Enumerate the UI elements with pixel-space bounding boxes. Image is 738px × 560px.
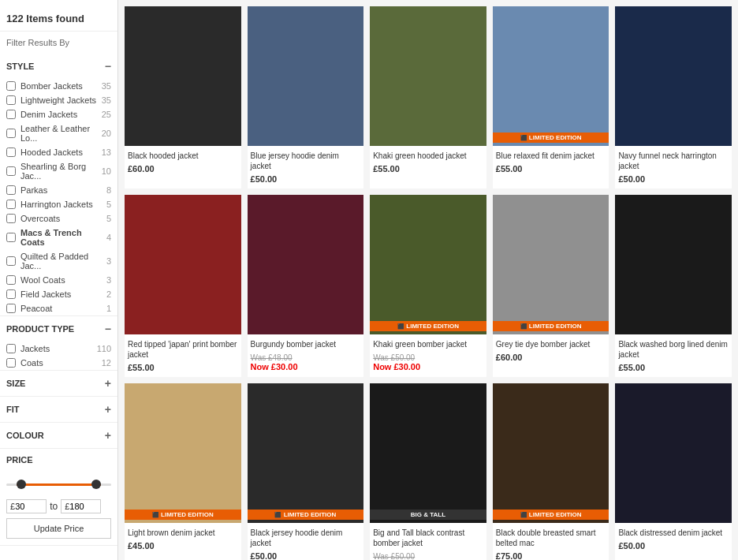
style-filter-item[interactable]: Hooded Jackets 13 [0, 145, 117, 159]
product-card[interactable]: Black hooded jacket £60.00 [125, 6, 241, 189]
style-filter-item[interactable]: Peacoat 1 [0, 301, 117, 315]
style-item-label: Overcoats [20, 214, 106, 223]
product-card[interactable]: Blue jersey hoodie denim jacket £50.00 [248, 6, 364, 189]
product-card[interactable]: Burgundy bomber jacket Was £48.00 Now £3… [248, 195, 364, 377]
size-section-header[interactable]: SIZE + [0, 371, 117, 396]
style-filter-item[interactable]: Field Jackets 2 [0, 287, 117, 301]
product-image-bg [370, 195, 486, 334]
product-name: Black jersey hoodie denim jacket [251, 528, 361, 548]
product-name: Grey tie dye bomber jacket [496, 339, 606, 349]
price-slider-max-thumb[interactable] [91, 480, 101, 489]
fit-section-header[interactable]: FIT + [0, 397, 117, 422]
style-filter-section: STYLE − Bomber Jackets 35 Lightweight Ja… [0, 54, 117, 316]
product-type-section-header[interactable]: PRODUCT TYPE − [0, 316, 117, 342]
product-image [615, 195, 732, 334]
product-card[interactable]: Black washed borg lined denim jacket £55… [615, 195, 732, 377]
product-card[interactable]: ⬛ LIMITED EDITION Light brown denim jack… [125, 383, 241, 560]
product-image-bg [493, 383, 609, 523]
limited-edition-badge: ⬛ LIMITED EDITION [493, 133, 609, 143]
product-card[interactable]: ⬛ LIMITED EDITION Khaki green bomber jac… [370, 195, 486, 377]
product-type-filter-item[interactable]: Jackets 110 [0, 342, 117, 356]
product-card[interactable]: ⬛ LIMITED EDITION Black jersey hoodie de… [248, 383, 364, 560]
product-image: ⬛ LIMITED EDITION [493, 6, 609, 146]
style-checkbox[interactable] [6, 289, 16, 299]
style-item-count: 25 [102, 110, 111, 119]
product-image-bg [248, 195, 364, 334]
product-type-filter-item[interactable]: Coats 12 [0, 356, 117, 370]
style-filter-item[interactable]: Harrington Jackets 5 [0, 197, 117, 211]
style-checkbox[interactable] [6, 214, 16, 223]
style-checkbox[interactable] [6, 233, 16, 242]
style-filter-item[interactable]: Denim Jackets 25 [0, 107, 117, 121]
style-filter-item[interactable]: Quilted & Padded Jac... 3 [0, 249, 117, 273]
product-name: Blue relaxed fit denim jacket [496, 151, 606, 161]
product-image [125, 6, 241, 146]
product-was-price: Was £50.00 [373, 552, 415, 560]
product-card[interactable]: Khaki green hooded jacket £55.00 [370, 6, 486, 189]
price-max-input-wrap: £ [61, 499, 101, 513]
style-checkbox[interactable] [6, 256, 16, 266]
colour-section-header[interactable]: COLOUR + [0, 423, 117, 448]
style-filter-item[interactable]: Parkas 8 [0, 183, 117, 197]
style-filter-item[interactable]: Lightweight Jackets 35 [0, 93, 117, 107]
price-max-input[interactable] [69, 502, 97, 511]
product-info: Black washed borg lined denim jacket £55… [615, 334, 732, 377]
price-section-header[interactable]: PRICE [0, 449, 117, 471]
product-grid: Black hooded jacket £60.00 Blue jersey h… [125, 6, 732, 560]
product-info: Grey tie dye bomber jacket £60.00 [493, 334, 609, 367]
style-item-count: 20 [102, 129, 111, 138]
product-info: Black jersey hoodie denim jacket £50.00 [248, 523, 364, 560]
price-slider-min-thumb[interactable] [17, 480, 26, 489]
style-checkbox[interactable] [6, 129, 16, 138]
product-price: Was £48.00 Now £30.00 [251, 353, 361, 371]
style-filter-item[interactable]: Bomber Jackets 35 [0, 79, 117, 93]
product-name: Khaki green bomber jacket [373, 339, 483, 349]
style-filter-item[interactable]: Leather & Leather Lo... 20 [0, 121, 117, 145]
style-section-toggle: − [105, 60, 111, 73]
colour-filter-section: COLOUR + [0, 423, 117, 449]
style-checkbox[interactable] [6, 200, 16, 209]
product-card[interactable]: Black distressed denim jacket £50.00 [615, 383, 732, 560]
style-item-count: 13 [102, 147, 111, 157]
product-card[interactable]: ⬛ LIMITED EDITION Grey tie dye bomber ja… [493, 195, 609, 377]
product-type-filter-section: PRODUCT TYPE − Jackets 110 Coats 12 [0, 316, 117, 371]
style-checkbox[interactable] [6, 110, 16, 119]
product-type-checkbox[interactable] [6, 344, 16, 353]
product-card[interactable]: BIG & TALL Big and Tall black contrast b… [370, 383, 486, 560]
product-card[interactable]: ⬛ LIMITED EDITION Black double breasted … [493, 383, 609, 560]
product-name: Black hooded jacket [128, 151, 238, 161]
style-filter-item[interactable]: Shearling & Borg Jac... 10 [0, 159, 117, 183]
style-section-header[interactable]: STYLE − [0, 54, 117, 79]
style-filter-item[interactable]: Macs & Trench Coats 4 [0, 226, 117, 249]
product-image [248, 6, 364, 146]
product-type-items-list: Jackets 110 Coats 12 [0, 342, 117, 370]
product-name: Red tipped 'japan' print bomber jacket [128, 339, 238, 360]
style-checkbox[interactable] [6, 81, 16, 91]
product-card[interactable]: ⬛ LIMITED EDITION Blue relaxed fit denim… [493, 6, 609, 189]
product-image [615, 6, 732, 146]
product-info: Red tipped 'japan' print bomber jacket £… [125, 334, 241, 377]
style-filter-item[interactable]: Overcoats 5 [0, 211, 117, 226]
style-checkbox[interactable] [6, 304, 16, 313]
style-filter-item[interactable]: Wool Coats 3 [0, 273, 117, 287]
product-card[interactable]: Navy funnel neck harrington jacket £50.0… [615, 6, 732, 189]
price-slider[interactable] [6, 477, 111, 493]
style-checkbox[interactable] [6, 185, 16, 195]
product-image: BIG & TALL [370, 383, 486, 523]
style-checkbox[interactable] [6, 147, 16, 157]
product-price: Was £50.00 Now £30.00 [373, 551, 483, 560]
style-checkbox[interactable] [6, 95, 16, 105]
product-name: Black washed borg lined denim jacket [618, 339, 729, 360]
product-image-bg [493, 6, 609, 146]
style-checkbox[interactable] [6, 166, 16, 176]
product-type-checkbox[interactable] [6, 358, 16, 368]
product-name: Khaki green hooded jacket [373, 151, 483, 161]
update-price-button[interactable]: Update Price [6, 518, 111, 539]
price-min-input[interactable] [15, 502, 43, 511]
product-card[interactable]: Red tipped 'japan' print bomber jacket £… [125, 195, 241, 377]
product-info: Blue relaxed fit denim jacket £55.00 [493, 146, 609, 178]
style-item-label: Lightweight Jackets [20, 95, 102, 105]
style-checkbox[interactable] [6, 275, 16, 285]
style-item-label: Harrington Jackets [20, 200, 106, 209]
main-content: Black hooded jacket £60.00 Blue jersey h… [118, 0, 738, 560]
